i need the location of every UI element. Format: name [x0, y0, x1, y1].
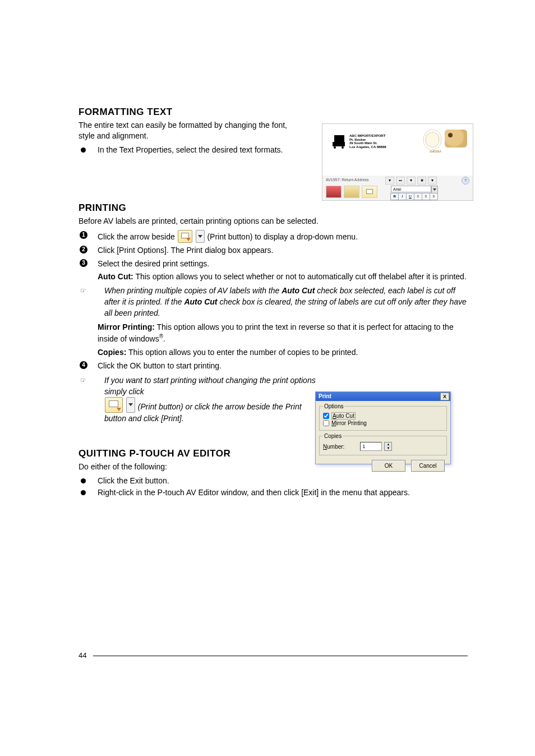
step-number-3-icon: 3 [80, 259, 87, 267]
screenshot-editor: ABC IMPORT/EXPORT Pt. Becker 29 South Ma… [322, 123, 473, 201]
autocut-label: Auto Cut: [98, 272, 133, 281]
editor-font-dropdown[interactable] [431, 186, 438, 193]
page-footer-rule [93, 656, 468, 656]
step-number-1-icon: 1 [80, 231, 87, 239]
formatting-bullet-1: In the Text Properties, select the desir… [79, 145, 292, 156]
editor-thumb-print[interactable] [362, 186, 377, 198]
editor-toolbar-button2[interactable]: •• [396, 177, 405, 185]
autocut-checkbox-label: Auto Cut [331, 412, 356, 420]
number-input[interactable]: 1 [360, 442, 382, 451]
printing-step3-text: Select the desired print settings. [98, 259, 209, 268]
registered-mark: ® [159, 333, 163, 339]
page-number: 44 [79, 651, 86, 660]
ok-button[interactable]: OK [372, 460, 405, 472]
print-button-icon [178, 230, 192, 243]
note1-autocut1: Auto Cut [282, 286, 315, 295]
printing-note-1: ☞ When printing multiple copies of AV la… [79, 285, 468, 319]
printing-step1-before: Click the arrow beside [98, 232, 177, 241]
editor-dog-image [445, 130, 467, 147]
printing-intro: Before AV labels are printed, certain pr… [79, 216, 468, 227]
number-spinner[interactable]: ▲ ▼ [384, 442, 392, 451]
print-button-icon-big [105, 397, 123, 413]
copies-option: Copies: This option allows you to enter … [79, 347, 468, 358]
editor-toolbar-button3[interactable]: ▾ [407, 177, 416, 185]
copies-fieldset: Copies Number: 1 ▲ ▼ [319, 433, 447, 455]
copies-text: This option allows you to enter the numb… [126, 348, 358, 357]
number-label: Number: [323, 444, 344, 450]
heading-formatting: FORMATTING TEXT [79, 107, 468, 118]
printing-step-3: 3 Select the desired print settings. [79, 258, 468, 270]
autocut-option: Auto Cut: This option allows you to sele… [79, 271, 468, 282]
quitting-bullet1-text: Click the Exit button. [98, 476, 169, 485]
screenshot-print-dialog: Print X Options Auto Cut Mirror Printing… [315, 391, 451, 464]
autocut-checkbox[interactable] [323, 413, 329, 419]
editor-align-center-button[interactable]: ≡ [422, 193, 430, 200]
quitting-bullet2-text: Right-click in the P-touch AV Editor win… [98, 488, 410, 497]
editor-template-name: AV1957: Return Address [326, 178, 369, 182]
dropdown-arrow-icon-big [126, 397, 135, 413]
quitting-bullet-2: Right-click in the P-touch AV Editor win… [79, 487, 468, 499]
copies-legend: Copies [323, 433, 343, 439]
editor-italic-button[interactable]: I [398, 193, 407, 200]
editor-underline-button[interactable]: U [406, 193, 414, 200]
spinner-up-icon[interactable]: ▲ [385, 442, 391, 446]
copies-label: Copies: [98, 348, 126, 357]
options-fieldset: Options Auto Cut Mirror Printing [319, 403, 447, 431]
quitting-bullet-1: Click the Exit button. [79, 476, 468, 487]
dialog-title: Print [319, 393, 331, 399]
formatting-bullet-1-text: In the Text Properties, select the desir… [98, 145, 283, 154]
editor-align-left-button[interactable]: ≡ [414, 193, 422, 200]
editor-align-right-button[interactable]: ≡ [430, 193, 438, 200]
autocut-text: This option allows you to select whether… [133, 272, 467, 281]
heading-printing: PRINTING [79, 202, 468, 214]
note-hand-icon-2: ☞ [80, 376, 86, 385]
step-number-2-icon: 2 [80, 246, 87, 253]
note2a-text: If you want to start printing without ch… [104, 376, 316, 396]
bullet-dot-icon-3 [81, 490, 86, 495]
editor-bold-button[interactable]: B [390, 193, 399, 200]
options-legend: Options [323, 403, 344, 409]
dialog-close-button[interactable]: X [440, 393, 449, 400]
spinner-down-icon[interactable]: ▼ [385, 446, 391, 450]
page: FORMATTING TEXT The entire text can easi… [0, 0, 535, 756]
bullet-dot-icon-2 [81, 478, 86, 483]
printing-step-1: 1 Click the arrow beside (Print button) … [79, 230, 468, 243]
dropdown-arrow-icon [196, 230, 205, 243]
mirror-period: . [163, 334, 165, 343]
mirror-label: Mirror Printing: [98, 322, 155, 331]
editor-help-button[interactable]: ? [462, 177, 469, 185]
cancel-button[interactable]: Cancel [411, 460, 445, 472]
note-hand-icon: ☞ [80, 286, 86, 296]
printing-note-2: ☞ If you want to start printing without … [79, 375, 317, 425]
editor-address-text: ABC IMPORT/EXPORT Pt. Becker 29 South Ma… [349, 134, 386, 149]
note1-autocut2: Auto Cut [184, 297, 217, 306]
editor-stamp-label: SHEENA [430, 150, 441, 153]
note1-before: When printing multiple copies of AV labe… [104, 286, 282, 295]
printing-step-2: 2 Click [Print Options]. The Print dialo… [79, 245, 468, 257]
editor-thumb-2[interactable] [344, 186, 359, 198]
editor-font-select[interactable]: Arial [391, 186, 431, 192]
mirror-checkbox-label: Mirror Printing [331, 420, 367, 426]
mirror-option: Mirror Printing: This option allows you … [79, 321, 468, 344]
bullet-dot-icon [81, 147, 86, 153]
printing-step-4: 4 Click the OK button to start printing. [79, 360, 468, 372]
printing-step4-text: Click the OK button to start printing. [98, 361, 222, 370]
editor-toolbar-button4[interactable]: ▾ [428, 177, 437, 185]
editor-thumb-1[interactable] [326, 186, 342, 198]
formatting-intro: The entire text can easily be formatted … [79, 120, 292, 141]
printing-step1-after: (Print button) to display a drop-down me… [207, 232, 357, 241]
step-number-4-icon: 4 [80, 361, 87, 369]
editor-toolbar-star[interactable]: ★ [417, 177, 426, 185]
editor-toolbar-button1[interactable]: ▾ [385, 177, 394, 185]
mirror-checkbox[interactable] [323, 420, 329, 426]
editor-stamp-icon [423, 130, 441, 150]
printing-step2-text: Click [Print Options]. The Print dialog … [98, 246, 273, 255]
